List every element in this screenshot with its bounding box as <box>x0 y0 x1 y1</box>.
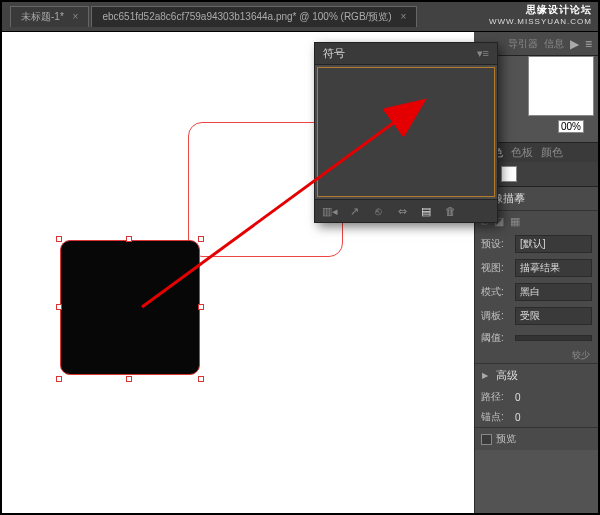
view-dropdown[interactable]: 描摹结果 <box>515 259 592 277</box>
panel-title: 符号 <box>323 46 345 61</box>
panel-footer: ▥◂ ↗ ⎋ ⇔ ▤ 🗑 <box>315 199 497 222</box>
tab-label: 未标题-1* <box>21 11 64 22</box>
link-icon[interactable]: ⎋ <box>367 202 389 220</box>
selection-handle[interactable] <box>198 376 204 382</box>
threshold-hint: 较少 <box>475 348 598 363</box>
paths-value: 0 <box>515 392 521 403</box>
mode-dropdown[interactable]: 黑白 <box>515 283 592 301</box>
document-tab-untitled[interactable]: 未标题-1* × <box>10 6 89 27</box>
navigator-thumbnail[interactable] <box>528 56 594 116</box>
new-symbol-icon[interactable]: ▤ <box>415 202 437 220</box>
advanced-label: 高级 <box>496 369 518 381</box>
tab-color2[interactable]: 颜色 <box>541 145 563 160</box>
stroke-swatch[interactable] <box>501 166 517 182</box>
zoom-value[interactable]: 00% <box>558 120 584 133</box>
selection-handle[interactable] <box>198 236 204 242</box>
threshold-slider[interactable] <box>515 335 592 341</box>
anchors-value: 0 <box>515 412 521 423</box>
selection-handle[interactable] <box>198 304 204 310</box>
rounded-rect-filled[interactable] <box>60 240 200 375</box>
watermark-url: WWW.MISSYUAN.COM <box>489 16 592 28</box>
panel-menu-icon[interactable]: ▾≡ <box>477 47 489 60</box>
view-label: 视图: <box>481 261 515 275</box>
palette-label: 调板: <box>481 309 515 323</box>
nav-link[interactable]: 信息 <box>544 37 564 51</box>
mode-label: 模式: <box>481 285 515 299</box>
document-tab-active[interactable]: ebc651fd52a8c6cf759a94303b13644a.png* @ … <box>91 6 417 27</box>
selection-handle[interactable] <box>56 304 62 310</box>
preview-label: 预览 <box>496 432 516 446</box>
anchors-label: 锚点: <box>481 410 515 424</box>
selection-handle[interactable] <box>126 236 132 242</box>
chevron-right-icon: ▶ <box>482 371 488 380</box>
symbol-library-icon[interactable]: ▥◂ <box>319 202 341 220</box>
menu-icon[interactable]: ≡ <box>585 37 592 51</box>
trash-icon[interactable]: 🗑 <box>439 202 461 220</box>
palette-dropdown[interactable]: 受限 <box>515 307 592 325</box>
panel-header[interactable]: 符号 ▾≡ <box>315 43 497 65</box>
break-link-icon[interactable]: ⇔ <box>391 202 413 220</box>
threshold-label: 阈值: <box>481 331 515 345</box>
selection-handle[interactable] <box>56 376 62 382</box>
play-icon[interactable]: ▶ <box>570 37 579 51</box>
preset-dropdown[interactable]: [默认] <box>515 235 592 253</box>
place-symbol-icon[interactable]: ↗ <box>343 202 365 220</box>
preset-icon[interactable]: ▦ <box>510 215 520 228</box>
close-icon[interactable]: × <box>73 11 79 22</box>
symbols-panel[interactable]: 符号 ▾≡ ▥◂ ↗ ⎋ ⇔ ▤ 🗑 <box>314 42 498 223</box>
nav-link[interactable]: 导引器 <box>508 37 538 51</box>
advanced-toggle[interactable]: ▶ 高级 <box>475 363 598 387</box>
tab-swatches[interactable]: 色板 <box>511 145 533 160</box>
image-trace-panel: 图像描摹 ⎚ ◪ ▦ 预设: [默认] 视图: 描摹结果 模式: 黑白 调板: … <box>475 186 598 450</box>
selection-handle[interactable] <box>56 236 62 242</box>
watermark-main: 思缘设计论坛 <box>489 4 592 16</box>
symbols-drop-area[interactable] <box>317 67 495 197</box>
tab-bar: 未标题-1* × ebc651fd52a8c6cf759a94303b13644… <box>2 2 598 32</box>
paths-label: 路径: <box>481 390 515 404</box>
preset-label: 预设: <box>481 237 515 251</box>
watermark: 思缘设计论坛 WWW.MISSYUAN.COM <box>483 2 598 30</box>
selection-handle[interactable] <box>126 376 132 382</box>
preview-checkbox[interactable] <box>481 434 492 445</box>
tab-label: ebc651fd52a8c6cf759a94303b13644a.png* @ … <box>102 11 391 22</box>
close-icon[interactable]: × <box>400 11 406 22</box>
